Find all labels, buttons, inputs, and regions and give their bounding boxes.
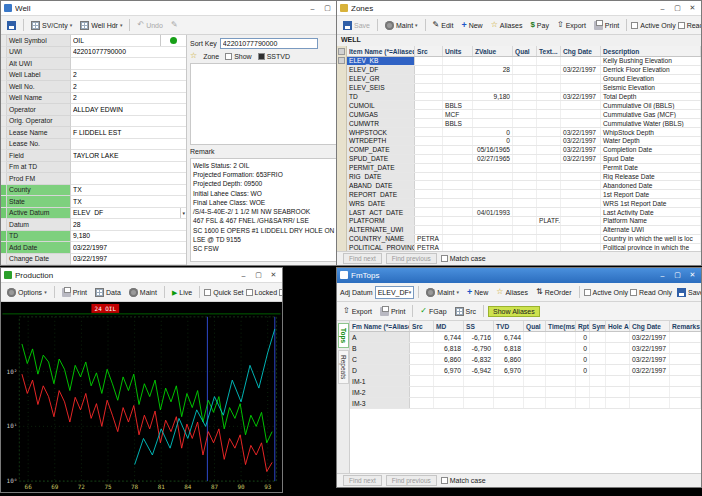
fmtop-qual[interactable] bbox=[524, 354, 546, 364]
save-button[interactable]: Save bbox=[340, 20, 373, 31]
pay-button[interactable]: $Pay bbox=[527, 20, 552, 30]
production-chart-area[interactable]: 10²10¹10⁰6669727578818487909324 OIL bbox=[1, 302, 282, 492]
fmtop-remarks[interactable] bbox=[670, 343, 701, 353]
zone-chg-date[interactable]: 03/22/1997 bbox=[561, 93, 601, 101]
zone-item-name[interactable]: COUNTRY_NAME bbox=[347, 235, 415, 243]
zone-units[interactable] bbox=[443, 199, 473, 207]
zone-units[interactable] bbox=[443, 137, 473, 145]
zone-qual[interactable] bbox=[513, 226, 537, 234]
zone-row[interactable]: SPUD_DATE 02/27/1965 03/22/1997 Spud Dat… bbox=[347, 155, 701, 164]
find-next-button[interactable]: Find next bbox=[343, 253, 382, 264]
zone-src[interactable] bbox=[415, 66, 443, 74]
zone-units[interactable] bbox=[443, 226, 473, 234]
sort-key-input[interactable] bbox=[220, 38, 318, 49]
zone-row[interactable]: ELEV_GR Ground Elevation bbox=[347, 75, 701, 84]
field-input[interactable]: F LIDDELL EST ▾ bbox=[71, 127, 186, 139]
column-header-remarks[interactable]: Remarks bbox=[670, 321, 701, 331]
fmtop-hole[interactable] bbox=[606, 387, 630, 397]
fmtop-tvd[interactable]: 6,818 bbox=[494, 343, 524, 353]
zone-row[interactable]: COMP_DATE 05/16/1965 03/22/1997 Completi… bbox=[347, 146, 701, 155]
zone-qual[interactable] bbox=[513, 57, 537, 65]
zone-text[interactable] bbox=[537, 226, 561, 234]
zone-src[interactable] bbox=[415, 119, 443, 127]
save-button[interactable] bbox=[4, 20, 19, 31]
zone-item-name[interactable]: SPUD_DATE bbox=[347, 155, 415, 163]
zone-src[interactable] bbox=[415, 181, 443, 189]
fmtop-rpt[interactable]: 0 bbox=[576, 343, 590, 353]
fmtop-sym[interactable] bbox=[590, 398, 606, 408]
fmtop-md[interactable] bbox=[434, 398, 464, 408]
fgap-button[interactable]: ✓FGap bbox=[417, 306, 449, 316]
zone-qual[interactable] bbox=[513, 84, 537, 92]
fmtop-sym[interactable] bbox=[590, 343, 606, 353]
field-input[interactable]: 28 ▾ bbox=[71, 219, 186, 231]
zone-units[interactable] bbox=[443, 190, 473, 198]
fmtop-hole[interactable] bbox=[606, 354, 630, 364]
save-button[interactable]: Save bbox=[674, 287, 702, 298]
zone-item-name[interactable]: ELEV_SEIS bbox=[347, 84, 415, 92]
zone-item-name[interactable]: PERMIT_DATE bbox=[347, 164, 415, 172]
zone-units[interactable] bbox=[443, 57, 473, 65]
zone-row[interactable]: WHPSTOCK 0 03/22/1997 WhipStock Depth bbox=[347, 128, 701, 137]
column-header-units[interactable]: Units bbox=[443, 46, 473, 56]
zone-zvalue[interactable] bbox=[473, 199, 513, 207]
aliases-button[interactable]: ☆Aliases bbox=[493, 287, 531, 297]
reorder-button[interactable]: ⇅ReOrder bbox=[533, 287, 575, 297]
zone-src[interactable] bbox=[415, 84, 443, 92]
zone-row[interactable]: COUNTRY_NAME PETRA Country in which the … bbox=[347, 235, 701, 244]
zone-zvalue[interactable]: 02/27/1965 bbox=[473, 155, 513, 163]
field-input[interactable]: OIL ▾ bbox=[71, 35, 186, 47]
zone-src[interactable] bbox=[415, 146, 443, 154]
zone-item-name[interactable]: ELEV_KB bbox=[347, 57, 415, 65]
zone-chg-date[interactable] bbox=[561, 164, 601, 172]
match-case-checkbox[interactable]: Match case bbox=[441, 255, 486, 262]
field-input[interactable]: ▾ bbox=[71, 58, 186, 70]
zone-chg-date[interactable] bbox=[561, 217, 601, 225]
zone-src[interactable] bbox=[415, 199, 443, 207]
zone-item-name[interactable]: LAST_ACT_DATE bbox=[347, 208, 415, 216]
field-input[interactable]: ALLDAY EDWIN ▾ bbox=[71, 104, 186, 116]
zone-row[interactable]: ABAND_DATE Abandoned Date bbox=[347, 181, 701, 190]
zone-item-name[interactable]: RIG_DATE bbox=[347, 173, 415, 181]
find-next-button[interactable]: Find next bbox=[343, 475, 382, 486]
fmtop-tvd[interactable]: 6,744 bbox=[494, 332, 524, 342]
fmtop-name[interactable]: A bbox=[350, 332, 410, 342]
fmtop-src[interactable] bbox=[410, 354, 434, 364]
zone-text[interactable] bbox=[537, 146, 561, 154]
zone-item-name[interactable]: CUMOIL bbox=[347, 101, 415, 109]
zone-zvalue[interactable] bbox=[473, 190, 513, 198]
column-header-sym[interactable]: Sym bbox=[590, 321, 606, 331]
zone-text[interactable] bbox=[537, 101, 561, 109]
fmtop-src[interactable] bbox=[410, 365, 434, 375]
fmtop-qual[interactable] bbox=[524, 332, 546, 342]
zone-chg-date[interactable]: 03/22/1997 bbox=[561, 155, 601, 163]
zone-src[interactable] bbox=[415, 75, 443, 83]
fmtop-chg-date[interactable] bbox=[630, 376, 670, 386]
fmtop-ss[interactable]: -6,790 bbox=[464, 343, 494, 353]
zone-zvalue[interactable] bbox=[473, 110, 513, 118]
field-input[interactable]: TAYLOR LAKE ▾ bbox=[71, 150, 186, 162]
active-only-checkbox[interactable]: Active Only bbox=[631, 22, 675, 29]
zone-text[interactable] bbox=[537, 119, 561, 127]
locked-checkbox[interactable]: Locked bbox=[246, 289, 278, 296]
zone-chg-date[interactable] bbox=[561, 208, 601, 216]
zone-item-name[interactable]: ELEV_DF bbox=[347, 66, 415, 74]
fmtop-rpt[interactable] bbox=[576, 387, 590, 397]
zone-qual[interactable] bbox=[513, 190, 537, 198]
column-header-src[interactable]: Src bbox=[410, 321, 434, 331]
zones-titlebar[interactable]: Zones – ▢ ✕ bbox=[337, 1, 701, 16]
zone-zvalue[interactable]: 0 bbox=[473, 128, 513, 136]
fmtop-name[interactable]: IM-2 bbox=[350, 387, 410, 397]
zone-qual[interactable] bbox=[513, 128, 537, 136]
live-button[interactable]: ▶Live bbox=[169, 288, 195, 297]
column-header-hole[interactable]: Hole A... bbox=[606, 321, 630, 331]
fmtop-chg-date[interactable] bbox=[630, 398, 670, 408]
fmtop-qual[interactable] bbox=[524, 365, 546, 375]
zone-row[interactable]: ELEV_SEIS Seismic Elevation bbox=[347, 84, 701, 93]
column-header-src[interactable]: Src bbox=[415, 46, 443, 56]
data-button[interactable]: Data bbox=[92, 287, 124, 298]
zone-src[interactable] bbox=[415, 137, 443, 145]
zone-text[interactable] bbox=[537, 199, 561, 207]
column-header-qual[interactable]: Qual bbox=[513, 46, 537, 56]
fmtop-sym[interactable] bbox=[590, 376, 606, 386]
